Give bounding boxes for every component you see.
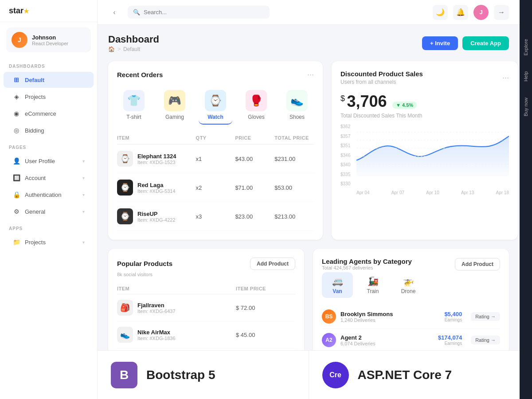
- table-row: ⌚ Elephant 1324 Item: #XDG-1523 x1 $43.0…: [117, 145, 314, 173]
- chevron-down-icon: ▾: [82, 192, 85, 197]
- sidebar-item-general[interactable]: ⚙ General ▾: [4, 203, 94, 219]
- sales-subtitle: Users from all channels: [340, 79, 423, 85]
- user-profile-card[interactable]: J Johnson React Developer: [6, 27, 91, 52]
- chart-x-labels: Apr 04 Apr 07 Apr 10 Apr 13 Apr 18: [356, 190, 509, 195]
- signout-button[interactable]: →: [494, 5, 509, 20]
- tab-watch[interactable]: ⌚ Watch: [199, 86, 232, 125]
- sidebar-item-account[interactable]: 🔲 Account ▾: [4, 170, 94, 186]
- tab-train[interactable]: 🚂 Train: [357, 272, 388, 298]
- sidebar-item-label: Default: [25, 77, 44, 83]
- chart-y-label: $346: [340, 153, 350, 158]
- collapse-button[interactable]: ‹: [108, 6, 121, 19]
- help-tab[interactable]: Help: [523, 68, 528, 85]
- buy-now-tab[interactable]: Buy now: [523, 94, 528, 120]
- tab-van[interactable]: 🚐 Van: [322, 272, 353, 298]
- explore-tab[interactable]: Explore: [523, 35, 528, 59]
- tab-van-label: Van: [332, 288, 342, 294]
- sidebar-item-user-profile[interactable]: 👤 User Profile ▾: [4, 153, 94, 169]
- theme-toggle-button[interactable]: 🌙: [433, 5, 448, 20]
- product-icon: 🎒: [117, 300, 133, 316]
- product-name: RiseUP: [137, 211, 176, 217]
- more-options-icon[interactable]: ···: [307, 70, 314, 79]
- user-name: Johnson: [32, 34, 68, 41]
- watch-icon: ⌚: [205, 90, 226, 111]
- rating-button[interactable]: Rating →: [471, 336, 500, 344]
- sidebar-item-bidding[interactable]: ◎ Bidding: [4, 122, 94, 138]
- price-cell: $ 45.00: [236, 332, 295, 338]
- topbar-right: 🌙 🔔 J →: [433, 5, 509, 20]
- agents-title: Leading Agents by Category: [322, 258, 412, 265]
- col-item: ITEM: [117, 286, 236, 291]
- more-options-icon[interactable]: ···: [502, 73, 509, 82]
- add-product-agents-button[interactable]: Add Product: [455, 258, 500, 270]
- product-cell: ⌚ RiseUP Item: #XDG-4222: [117, 208, 196, 224]
- total-cell: $53.00: [274, 184, 314, 191]
- chart-y-label: $335: [340, 172, 350, 177]
- product-name: Nike AirMax: [137, 329, 176, 336]
- sidebar-item-label: Projects: [25, 239, 46, 246]
- search-input[interactable]: [144, 9, 264, 16]
- tab-tshirt[interactable]: 👕 T-shirt: [117, 86, 151, 125]
- col-item: ITEM: [117, 135, 196, 141]
- notification-button[interactable]: 🔔: [453, 5, 468, 20]
- sales-amount: $ 3,706 ▼ 4.5%: [340, 92, 509, 111]
- agents-header: Leading Agents by Category Total 424,567…: [322, 258, 500, 270]
- sidebar-item-ecommerce[interactable]: ◉ eCommerce: [4, 106, 94, 121]
- train-icon: 🚂: [368, 276, 379, 286]
- table-header: ITEM QTY PRICE TOTAL PRICE: [117, 132, 314, 145]
- agent-earnings: $5,400: [444, 311, 462, 317]
- logo: star★: [0, 0, 97, 22]
- product-name: Red Laga: [137, 182, 176, 188]
- price-cell: $ 72.00: [236, 305, 295, 311]
- chart-y-label: $357: [340, 134, 350, 139]
- tab-gaming[interactable]: 🎮 Gaming: [158, 86, 192, 125]
- sidebar-item-projects[interactable]: ◈ Projects: [4, 89, 94, 105]
- chart-svg: [356, 124, 509, 176]
- col-price: ITEM PRICE: [236, 286, 295, 291]
- van-icon: 🚐: [332, 276, 343, 286]
- page-content: Dashboard 🏠 > Default + Invite Create Ap…: [98, 25, 520, 399]
- shoes-icon: 👟: [286, 90, 308, 111]
- ecommerce-icon: ◉: [12, 110, 20, 117]
- tab-drone[interactable]: 🚁 Drone: [393, 272, 424, 298]
- create-app-button[interactable]: Create App: [462, 36, 509, 50]
- col-price: PRICE: [235, 135, 274, 141]
- tab-gloves[interactable]: 🥊 Gloves: [239, 86, 273, 125]
- invite-button[interactable]: + Invite: [422, 36, 458, 50]
- logo-star: ★: [23, 8, 29, 15]
- col-qty: QTY: [196, 135, 235, 141]
- product-sku: Item: #XDG-4222: [137, 217, 176, 223]
- page-header: Dashboard 🏠 > Default + Invite Create Ap…: [108, 34, 509, 52]
- sidebar-item-apps-projects[interactable]: 📁 Projects ▾: [4, 234, 94, 250]
- agent-row: BS Brooklyn Simmons 1,240 Deliveries $5,…: [322, 305, 500, 329]
- tab-train-label: Train: [367, 288, 379, 294]
- tab-shoes[interactable]: 👟 Shoes: [280, 86, 314, 125]
- product-sku: Item: #XDG-1523: [137, 160, 176, 165]
- aspnet-badge-text: Cre: [329, 371, 341, 379]
- price-cell: $71.00: [235, 184, 274, 191]
- sales-panel-header: Discounted Product Sales Users from all …: [340, 70, 509, 85]
- rating-button[interactable]: Rating →: [471, 312, 500, 321]
- product-cell: ⌚ Elephant 1324 Item: #XDG-1523: [117, 151, 196, 167]
- total-cell: $213.00: [274, 213, 314, 220]
- chevron-down-icon: ▾: [82, 159, 85, 164]
- product-icon: ⌚: [117, 180, 133, 196]
- sidebar-item-default[interactable]: ⊞ Default: [4, 72, 94, 88]
- chart-y-label: $351: [340, 143, 350, 148]
- user-avatar-topbar[interactable]: J: [473, 5, 489, 20]
- add-product-button[interactable]: Add Product: [250, 258, 295, 270]
- apps-section-label: APPS: [0, 220, 97, 234]
- product-name: Fjallraven: [137, 302, 176, 309]
- top-panels-row: Recent Orders ··· 👕 T-shirt 🎮 Gaming: [108, 61, 509, 240]
- table-row: 🎒 Fjallraven Item: #XDG-6437 $ 72.00: [117, 294, 295, 321]
- product-sku: Item: #XDG-6437: [137, 309, 176, 314]
- agent-row: A2 Agent 2 6,074 Deliveries $174,074 Ear…: [322, 329, 500, 352]
- sidebar-item-authentication[interactable]: 🔒 Authentication ▾: [4, 187, 94, 203]
- chevron-down-icon: ▾: [82, 176, 85, 180]
- chevron-down-icon: ▾: [82, 209, 85, 214]
- bootstrap-letter: B: [120, 368, 129, 382]
- sidebar-item-label: Projects: [25, 94, 46, 100]
- col-total: TOTAL PRICE: [274, 135, 314, 141]
- tab-shoes-label: Shoes: [289, 114, 305, 120]
- popular-subtitle: 8k social visitors: [117, 272, 295, 277]
